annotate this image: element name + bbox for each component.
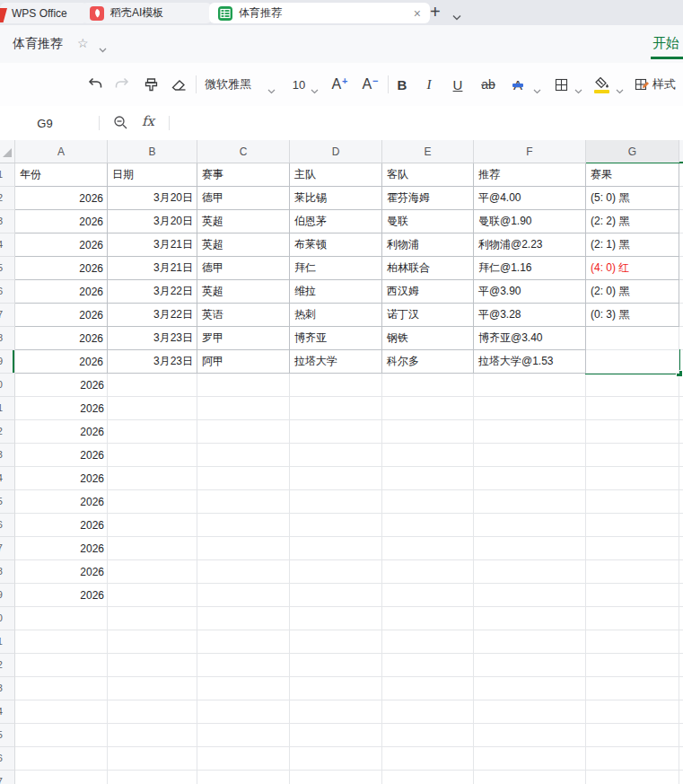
borders-chevron-icon[interactable] xyxy=(574,82,582,98)
cell-A14[interactable]: 2026 xyxy=(15,467,108,490)
font-size-chevron-icon[interactable] xyxy=(311,82,319,98)
row-header-25[interactable]: 25 xyxy=(0,724,15,747)
cell-G2[interactable]: (5: 0) 黑 xyxy=(586,187,679,210)
cell-D3[interactable]: 伯恩茅 xyxy=(290,210,382,233)
cell-E5[interactable]: 柏林联合 xyxy=(382,257,474,280)
menu-tab-start[interactable]: 开始 xyxy=(652,35,679,52)
new-tab-button[interactable]: + xyxy=(430,2,441,22)
row-header-4[interactable]: 4 xyxy=(0,233,15,257)
column-header-F[interactable]: F xyxy=(474,140,586,163)
cell-E2[interactable]: 霍芬海姆 xyxy=(382,187,474,210)
cell-A9[interactable]: 2026 xyxy=(15,350,108,374)
cell-G5[interactable]: (4: 0) 红 xyxy=(586,257,679,280)
row-header-15[interactable]: 15 xyxy=(0,490,15,514)
cell-F6[interactable]: 平@3.90 xyxy=(474,280,586,304)
cell-B4[interactable]: 3月21日 xyxy=(108,233,197,257)
cell-C5[interactable]: 德甲 xyxy=(197,257,290,280)
row-header-1[interactable]: 1 xyxy=(0,163,15,187)
cell-A17[interactable]: 2026 xyxy=(15,537,108,560)
tab-wps-home[interactable]: WPS Office xyxy=(0,3,88,23)
cell-A16[interactable]: 2026 xyxy=(15,514,108,537)
name-box[interactable]: G9 xyxy=(0,106,90,140)
cell-G1[interactable]: 赛果 xyxy=(586,163,679,187)
row-header-27[interactable]: 27 xyxy=(0,771,15,784)
font-size-select[interactable]: 10 xyxy=(289,63,309,106)
cell-G6[interactable]: (2: 0) 黑 xyxy=(586,280,679,304)
eraser-button[interactable] xyxy=(167,63,190,106)
row-header-12[interactable]: 12 xyxy=(0,420,15,444)
redo-button[interactable] xyxy=(111,63,133,106)
row-header-24[interactable]: 24 xyxy=(0,700,15,724)
cell-D1[interactable]: 主队 xyxy=(290,163,382,187)
tab-sheet-active[interactable]: 体育推荐 × xyxy=(209,3,430,23)
search-zoom-icon[interactable] xyxy=(113,115,128,134)
row-header-11[interactable]: 11 xyxy=(0,397,15,420)
row-header-13[interactable]: 13 xyxy=(0,444,15,467)
row-header-2[interactable]: 2 xyxy=(0,187,15,210)
strikethrough-button[interactable]: ab xyxy=(478,63,498,106)
cell-A13[interactable]: 2026 xyxy=(15,444,108,467)
cell-C7[interactable]: 英语 xyxy=(197,304,290,327)
font-color-chevron-icon[interactable] xyxy=(533,82,541,98)
cell-G9[interactable] xyxy=(586,350,679,374)
cell-F2[interactable]: 平@4.00 xyxy=(474,187,586,210)
column-header-D[interactable]: D xyxy=(290,140,382,163)
row-header-19[interactable]: 19 xyxy=(0,584,15,607)
cell-D6[interactable]: 维拉 xyxy=(290,280,382,304)
select-all-corner[interactable] xyxy=(0,140,15,163)
row-header-20[interactable]: 20 xyxy=(0,607,15,630)
cell-A12[interactable]: 2026 xyxy=(15,420,108,444)
cell-D8[interactable]: 博齐亚 xyxy=(290,327,382,350)
format-painter-button[interactable] xyxy=(139,63,162,106)
decrease-font-button[interactable]: A− xyxy=(358,63,381,106)
cell-G4[interactable]: (2: 1) 黑 xyxy=(586,233,679,257)
cell-E3[interactable]: 曼联 xyxy=(382,210,474,233)
cell-C3[interactable]: 英超 xyxy=(197,210,290,233)
cell-F8[interactable]: 博齐亚@3.40 xyxy=(474,327,586,350)
bold-button[interactable]: B xyxy=(393,63,411,106)
close-tab-icon[interactable]: × xyxy=(405,6,430,21)
title-chevron-icon[interactable] xyxy=(99,40,107,57)
cell-A3[interactable]: 2026 xyxy=(15,210,108,233)
row-header-16[interactable]: 16 xyxy=(0,514,15,537)
cell-C4[interactable]: 英超 xyxy=(197,233,290,257)
spreadsheet-grid[interactable]: 1234567891011121314151617181920212223242… xyxy=(0,163,683,784)
cell-B9[interactable]: 3月23日 xyxy=(108,350,197,374)
cell-D9[interactable]: 拉塔大学 xyxy=(290,350,382,374)
column-header-C[interactable]: C xyxy=(197,140,290,163)
column-header-A[interactable]: A xyxy=(15,140,108,163)
cell-B7[interactable]: 3月22日 xyxy=(108,304,197,327)
row-header-14[interactable]: 14 xyxy=(0,467,15,490)
cell-F3[interactable]: 曼联@1.90 xyxy=(474,210,586,233)
cell-A11[interactable]: 2026 xyxy=(15,397,108,420)
column-header-E[interactable]: E xyxy=(382,140,474,163)
row-header-3[interactable]: 3 xyxy=(0,210,15,233)
cell-E7[interactable]: 诺丁汉 xyxy=(382,304,474,327)
increase-font-button[interactable]: A+ xyxy=(328,63,351,106)
cell-B3[interactable]: 3月20日 xyxy=(108,210,197,233)
row-header-17[interactable]: 17 xyxy=(0,537,15,560)
row-header-23[interactable]: 23 xyxy=(0,677,15,700)
cell-F4[interactable]: 利物浦@2.23 xyxy=(474,233,586,257)
cell-A4[interactable]: 2026 xyxy=(15,233,108,257)
row-header-5[interactable]: 5 xyxy=(0,257,15,280)
cell-E6[interactable]: 西汉姆 xyxy=(382,280,474,304)
row-header-9[interactable]: 9 xyxy=(0,350,15,374)
formula-input[interactable] xyxy=(176,106,683,140)
cell-G3[interactable]: (2: 2) 黑 xyxy=(586,210,679,233)
cell-A18[interactable]: 2026 xyxy=(15,560,108,584)
cell-C6[interactable]: 英超 xyxy=(197,280,290,304)
column-header-B[interactable]: B xyxy=(108,140,197,163)
cell-G8[interactable] xyxy=(586,327,679,350)
cell-B6[interactable]: 3月22日 xyxy=(108,280,197,304)
cell-styles-button[interactable]: 样式 xyxy=(652,63,681,106)
cell-F5[interactable]: 拜仁@1.16 xyxy=(474,257,586,280)
cell-A7[interactable]: 2026 xyxy=(15,304,108,327)
cell-C8[interactable]: 罗甲 xyxy=(197,327,290,350)
cell-F1[interactable]: 推荐 xyxy=(474,163,586,187)
tab-docer-templates[interactable]: 稻壳AI模板 xyxy=(82,3,212,23)
undo-button[interactable] xyxy=(84,63,106,106)
row-header-18[interactable]: 18 xyxy=(0,560,15,584)
cell-B8[interactable]: 3月23日 xyxy=(108,327,197,350)
cell-C9[interactable]: 阿甲 xyxy=(197,350,290,374)
